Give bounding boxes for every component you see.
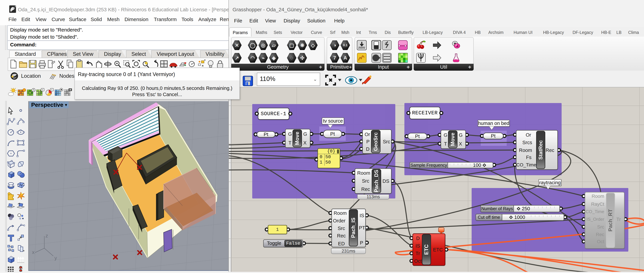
- svg-text:6: 6: [15, 5, 16, 8]
- svg-text:Y: Y: [51, 89, 52, 91]
- svg-text:Y: Y: [42, 89, 43, 91]
- svg-text:z: z: [46, 233, 48, 238]
- svg-text:x: x: [32, 249, 34, 255]
- svg-text:y: y: [54, 255, 57, 261]
